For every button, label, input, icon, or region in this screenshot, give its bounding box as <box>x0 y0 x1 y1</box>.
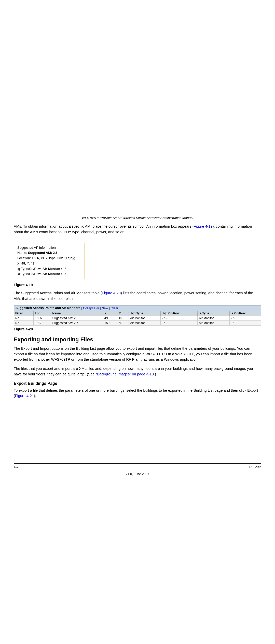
para3: To export a file that defines the parame… <box>14 388 261 399</box>
cell-blg-type-1: Air Monitor <box>129 316 161 320</box>
col-x: X <box>103 311 117 316</box>
background-images-link[interactable]: “Background Images” on page 4-13 <box>96 372 154 376</box>
cell-fixed-2: No <box>14 320 34 325</box>
table-row: No 1.2.7 Suggested AM: 2.7 150 50 Air Mo… <box>14 320 261 325</box>
footer-center: v1.0, June 2007 <box>0 471 275 477</box>
footer-right: RF Plan <box>249 465 261 469</box>
cell-a-type-2: Air Monitor <box>198 320 230 325</box>
main-content: AMs. To obtain information about a speci… <box>0 224 275 399</box>
figure19-link[interactable]: Figure 4-19 <box>194 224 213 228</box>
clear-link[interactable]: Clear <box>111 306 118 310</box>
export-buildings-heading: Export Buildings Page <box>14 381 261 386</box>
new-link[interactable]: New <box>102 306 108 310</box>
figure19-text: The Suggested Access Points and Air Moni… <box>14 290 261 302</box>
cell-y-2: 50 <box>117 320 129 325</box>
table-section: Suggested Access Points and Air Monitors… <box>14 305 261 326</box>
page-container: WFS709TP ProSafe Smart Wireless Switch S… <box>0 0 275 644</box>
table-row: No 1.2.6 Suggested AM: 2.6 49 49 Air Mon… <box>14 316 261 320</box>
col-a-type: .a Type <box>198 311 230 316</box>
header-text: WFS709TP ProSafe Smart Wireless Switch S… <box>0 214 275 224</box>
info-line6: .a Type/Ch/Pow: Air Monitor / - / - <box>17 271 81 277</box>
footer-left: 4-20 <box>14 465 20 469</box>
cell-x-1: 49 <box>103 316 117 320</box>
table-column-headers: Fixed Loc. Name X Y .b|g Type .b|g Ch/Po… <box>14 311 261 316</box>
footer-version: v1.0, June 2007 <box>126 472 149 476</box>
cell-fixed-1: No <box>14 316 34 320</box>
cell-name-2: Suggested AM: 2.7 <box>51 320 103 325</box>
info-line3: Location: 1.2.6, PHY Type: 802.11a|b|g <box>17 256 81 261</box>
cell-a-chpow-1: - / - <box>229 316 261 320</box>
cell-x-2: 150 <box>103 320 117 325</box>
cell-name-1: Suggested AM: 2.6 <box>51 316 103 320</box>
para1: The Export and Import buttons on the Bui… <box>14 346 261 362</box>
info-line1: Suggested AP Information <box>17 245 81 251</box>
footer-spacer <box>0 402 275 453</box>
footer-content: 4-20 RF Plan <box>0 464 275 471</box>
cell-blg-type-2: Air Monitor <box>129 320 161 325</box>
para2: The files that you export and import are… <box>14 366 261 377</box>
cell-loc-2: 1.2.7 <box>34 320 51 325</box>
col-loc: Loc. <box>34 311 51 316</box>
cell-a-chpow-2: - / - <box>229 320 261 325</box>
info-box: Suggested AP Information Name: Suggested… <box>14 243 85 280</box>
cell-blg-chpow-1: - / - <box>161 316 198 320</box>
col-name: Name <box>51 311 103 316</box>
col-a-chpow: .a Ch/Pow <box>229 311 261 316</box>
figure20-ref-link[interactable]: Figure 4-20 <box>102 291 121 295</box>
figure20-label: Figure 4-20 <box>14 327 261 331</box>
col-y: Y <box>117 311 129 316</box>
collapse-link[interactable]: Collapse ⊝ <box>83 306 99 310</box>
table-header-row: Suggested Access Points and Air Monitors… <box>14 305 261 311</box>
info-line2: Name: Suggested AM: 2.6 <box>17 250 81 256</box>
col-fixed: Fixed <box>14 311 34 316</box>
cell-loc-1: 1.2.6 <box>34 316 51 320</box>
table-title: Suggested Access Points and Air Monitors <box>16 306 80 310</box>
table-controls: | Collapse ⊝ | New | Clear <box>80 306 118 310</box>
cell-blg-chpow-2: - / - <box>161 320 198 325</box>
cell-a-type-1: Air Monitor <box>198 316 230 320</box>
ap-table: Fixed Loc. Name X Y .b|g Type .b|g Ch/Po… <box>14 311 261 326</box>
section-heading: Exporting and Importing Files <box>14 336 261 343</box>
top-spacer <box>0 0 275 107</box>
cell-y-1: 49 <box>117 316 129 320</box>
figure21-link[interactable]: Figure 4-21 <box>15 394 34 398</box>
intro-paragraph: AMs. To obtain information about a speci… <box>14 224 261 235</box>
col-blg-type: .b|g Type <box>129 311 161 316</box>
col-blg-chpow: .b|g Ch/Pow <box>161 311 198 316</box>
info-line4: X: 49, Y: 49 <box>17 261 81 266</box>
figure19-label: Figure 4-19 <box>14 283 261 287</box>
info-line5: .g Type/Ch/Pow: Air Monitor / - / - <box>17 266 81 272</box>
